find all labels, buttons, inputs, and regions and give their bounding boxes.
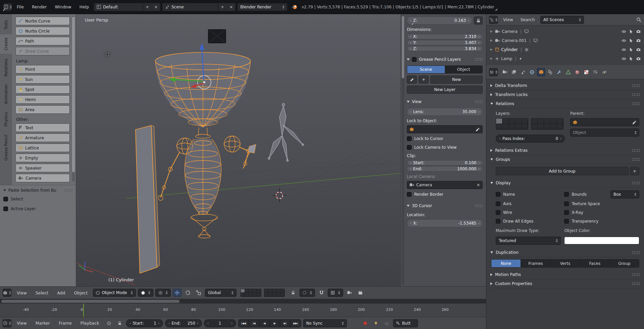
bounds-checkbox[interactable]: ✓ bbox=[564, 192, 569, 197]
current-frame-field[interactable]: ‹ 1 › bbox=[204, 319, 236, 327]
add-lattice-button[interactable]: Lattice bbox=[15, 144, 70, 152]
properties-editor-selector[interactable] bbox=[489, 68, 498, 76]
tab-grease-pencil[interactable]: Grease Pencil bbox=[0, 131, 12, 164]
panel-grip-icon[interactable] bbox=[64, 189, 72, 192]
n-panel-scrollbar[interactable] bbox=[402, 15, 404, 285]
parent-field[interactable] bbox=[570, 118, 639, 126]
add-new-group-button[interactable]: + bbox=[630, 167, 639, 175]
visibility-eye-icon[interactable] bbox=[622, 47, 626, 52]
tab-constraints[interactable] bbox=[546, 68, 554, 76]
play-reverse-button[interactable]: ◀ bbox=[259, 320, 270, 327]
increment-arrow-icon[interactable]: › bbox=[197, 321, 199, 326]
visibility-eye-icon[interactable] bbox=[622, 38, 626, 43]
tab-particles[interactable] bbox=[591, 68, 599, 76]
decrement-arrow-icon[interactable]: ‹ bbox=[410, 167, 412, 171]
opengl-render-button[interactable] bbox=[345, 289, 354, 297]
panel-grip-icon[interactable] bbox=[632, 251, 640, 254]
prev-keyframe-button[interactable]: |◀ bbox=[249, 320, 259, 327]
tab-scene[interactable]: Scene bbox=[407, 66, 445, 73]
opengl-render-animation-button[interactable] bbox=[356, 289, 365, 297]
sync-dropdown[interactable]: No Sync bbox=[303, 319, 347, 327]
pass-index-field[interactable]: ‹ Pass Index: 0 › bbox=[496, 135, 565, 143]
start-frame-field[interactable]: ‹ Start: 1 › bbox=[126, 319, 163, 327]
lens-field[interactable]: ‹ Lens: 35.000 › bbox=[407, 108, 483, 116]
scrollbar-handle[interactable] bbox=[402, 16, 404, 78]
increment-arrow-icon[interactable]: › bbox=[158, 321, 160, 326]
lock-button[interactable] bbox=[474, 16, 483, 25]
duplication-faces-button[interactable]: Faces bbox=[580, 260, 610, 267]
dimension-x-field[interactable]: ‹ X: 2.310 › bbox=[407, 34, 483, 39]
tab-relations[interactable]: Relations bbox=[0, 55, 12, 80]
end-frame-field[interactable]: ‹ End: 250 › bbox=[165, 319, 202, 327]
name-checkbox[interactable]: ✓ bbox=[496, 192, 500, 197]
3d-scene[interactable] bbox=[76, 14, 400, 286]
texture-space-checkbox[interactable]: ✓ bbox=[564, 201, 569, 206]
object-name[interactable]: Cylinder bbox=[501, 47, 518, 52]
display-panel-header[interactable]: Display bbox=[490, 179, 640, 188]
keying-set-delete-button[interactable]: ◇ bbox=[382, 319, 391, 327]
outliner-row-camera[interactable]: + Camera | bbox=[489, 27, 643, 36]
decrement-arrow-icon[interactable]: ‹ bbox=[410, 221, 412, 225]
grease-pencil-panel-header[interactable]: ✓ Grease Pencil Layers bbox=[407, 55, 483, 63]
panel-grip-icon[interactable] bbox=[632, 273, 640, 276]
add-to-group-button[interactable]: Add to Group bbox=[496, 167, 629, 175]
active-layer-checkbox[interactable]: ✓ bbox=[3, 206, 8, 211]
add-area-lamp-button[interactable]: Area bbox=[15, 105, 70, 114]
bounds-type-dropdown[interactable]: Box bbox=[610, 190, 639, 198]
object-color-swatch[interactable] bbox=[564, 237, 639, 244]
add-camera-button[interactable]: Camera bbox=[15, 174, 70, 182]
render-engine-dropdown[interactable]: Blender Render bbox=[237, 3, 287, 11]
timeline-editor[interactable]: -40 -20 0 20 40 60 80 100 120 140 160 18… bbox=[0, 299, 486, 317]
maximum-draw-type-dropdown[interactable]: Textured bbox=[496, 237, 561, 245]
transform-orientation-dropdown[interactable]: Global bbox=[205, 289, 236, 297]
panel-grip-icon[interactable] bbox=[475, 58, 483, 61]
menu-select[interactable]: Select bbox=[32, 287, 52, 299]
expand-icon[interactable]: + bbox=[489, 38, 493, 43]
clip-end-field[interactable]: ‹ End: 1000.000 › bbox=[407, 166, 483, 172]
increment-arrow-icon[interactable]: › bbox=[560, 136, 561, 141]
mode-dropdown[interactable]: Object Mode bbox=[93, 289, 136, 297]
increment-arrow-icon[interactable]: › bbox=[231, 321, 233, 326]
panel-grip-icon[interactable] bbox=[632, 102, 640, 105]
menu-help[interactable]: Help bbox=[76, 0, 93, 14]
add-text-button[interactable]: Text bbox=[15, 124, 70, 132]
add-sun-lamp-button[interactable]: Sun bbox=[15, 75, 70, 84]
parent-type-dropdown[interactable]: Object bbox=[570, 129, 639, 137]
lock-to-object-field[interactable] bbox=[407, 125, 483, 133]
delete-scene-button[interactable]: × bbox=[227, 3, 235, 11]
tab-physics[interactable]: Physics bbox=[0, 109, 12, 130]
panel-grip-icon[interactable] bbox=[632, 158, 640, 161]
timeline-scrollbar[interactable] bbox=[0, 299, 486, 303]
proportional-edit-dropdown[interactable] bbox=[300, 289, 315, 297]
lock-time-cursor-button[interactable] bbox=[115, 319, 124, 327]
panel-grip-icon[interactable] bbox=[632, 149, 640, 152]
tab-tools[interactable]: Tools bbox=[0, 17, 12, 33]
object-name[interactable]: Lamp bbox=[501, 56, 512, 61]
jump-to-start-button[interactable]: |◀◀ bbox=[238, 320, 249, 327]
panel-grip-icon[interactable] bbox=[632, 282, 640, 285]
decrement-arrow-icon[interactable]: ‹ bbox=[410, 161, 412, 165]
jump-to-end-button[interactable]: ▶▶| bbox=[290, 320, 301, 327]
duplication-none-button[interactable]: None bbox=[491, 260, 521, 267]
tab-animation[interactable]: Animation bbox=[0, 81, 12, 107]
dimension-y-field[interactable]: ‹ Y: 3.407 › bbox=[407, 40, 483, 45]
paste-selection-panel-header[interactable]: Paste Selection from Bu bbox=[3, 188, 72, 193]
renderability-camera-icon[interactable] bbox=[636, 47, 641, 52]
increment-arrow-icon[interactable]: › bbox=[478, 167, 480, 171]
select-checkbox[interactable]: ✓ bbox=[3, 197, 8, 201]
duplication-verts-button[interactable]: Verts bbox=[550, 260, 580, 267]
add-hemi-lamp-button[interactable]: Hemi bbox=[15, 95, 70, 104]
tab-object[interactable] bbox=[537, 68, 545, 76]
add-empty-button[interactable]: Empty bbox=[15, 154, 70, 162]
transparency-checkbox[interactable]: ✓ bbox=[564, 219, 569, 224]
duplication-group-button[interactable]: Group bbox=[610, 260, 639, 267]
menu-window[interactable]: Window bbox=[51, 0, 74, 14]
scrollbar-handle[interactable] bbox=[1, 300, 179, 303]
tab-object[interactable]: Object bbox=[445, 66, 482, 73]
groups-panel-header[interactable]: Groups bbox=[490, 155, 640, 164]
motion-paths-panel-header[interactable]: Motion Paths bbox=[490, 270, 640, 279]
eyedropper-icon[interactable] bbox=[476, 127, 480, 132]
new-layer-button[interactable]: New Layer bbox=[407, 86, 483, 94]
menu-view[interactable]: View bbox=[501, 14, 515, 25]
auto-keyframe-button[interactable] bbox=[361, 319, 370, 327]
